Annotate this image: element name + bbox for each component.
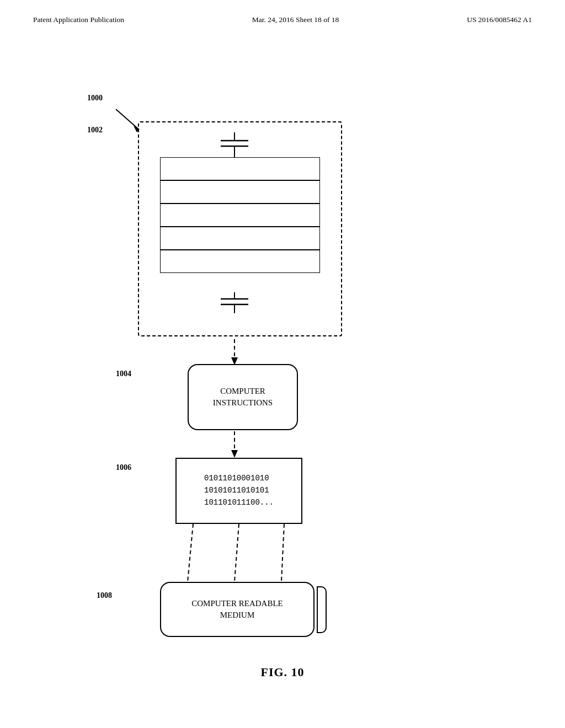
box-1008-text: COMPUTER READABLEMEDIUM	[191, 598, 282, 621]
svg-line-19	[234, 524, 239, 582]
header-center: Mar. 24, 2016 Sheet 18 of 18	[252, 15, 339, 24]
diagram-area: 1000 1002 1004 COMPUTERINSTRUCTIONS 1006…	[0, 44, 565, 706]
svg-line-0	[116, 109, 139, 130]
box-1008-stack	[317, 586, 327, 633]
label-1002: 1002	[87, 126, 103, 135]
page-header: Patent Application Publication Mar. 24, …	[0, 0, 565, 24]
inner-rect-3	[160, 204, 320, 227]
box-1008: COMPUTER READABLEMEDIUM	[160, 582, 315, 637]
box-1006: 0101101000101010101011010101101101011100…	[175, 458, 302, 524]
box-1004-text: COMPUTERINSTRUCTIONS	[213, 386, 273, 409]
label-1000: 1000	[87, 94, 103, 103]
svg-line-18	[188, 524, 193, 582]
inner-rect-1	[160, 157, 320, 180]
inner-rects-group	[149, 157, 331, 273]
label-1004: 1004	[116, 370, 131, 378]
inner-rect-4	[160, 227, 320, 250]
svg-line-20	[281, 524, 284, 582]
box-1006-text: 0101101000101010101011010101101101011100…	[204, 473, 274, 508]
box-1004: COMPUTERINSTRUCTIONS	[188, 364, 298, 430]
figure-caption: FIG. 10	[0, 665, 565, 679]
header-left: Patent Application Publication	[33, 15, 124, 24]
inner-rect-5	[160, 250, 320, 273]
header-right: US 2016/0085462 A1	[467, 15, 532, 24]
svg-marker-17	[231, 450, 238, 458]
label-1008: 1008	[97, 591, 112, 600]
label-1006: 1006	[116, 463, 131, 472]
inner-rect-2	[160, 180, 320, 204]
